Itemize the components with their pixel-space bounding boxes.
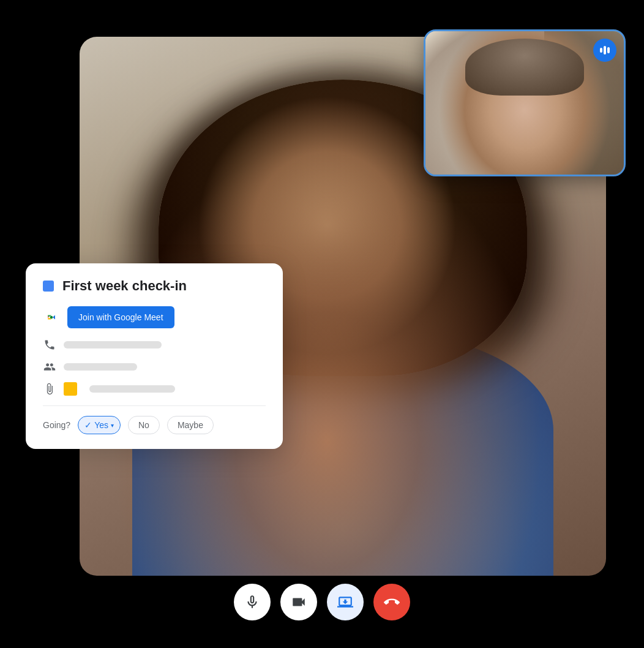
- phone-placeholder: [64, 341, 162, 348]
- event-color-indicator: [43, 281, 54, 292]
- audio-bar-1: [600, 48, 602, 53]
- mic-icon: [244, 594, 260, 610]
- yes-dropdown-icon[interactable]: ▾: [111, 422, 114, 429]
- google-meet-icon: [43, 309, 60, 326]
- audio-bar-3: [607, 47, 610, 53]
- join-meet-button[interactable]: Join with Google Meet: [67, 306, 174, 328]
- divider: [43, 405, 266, 406]
- camera-button[interactable]: [280, 584, 317, 620]
- end-call-icon: [384, 594, 400, 610]
- end-call-button[interactable]: [373, 584, 410, 620]
- check-icon: ✓: [84, 420, 92, 430]
- share-screen-icon: [337, 594, 353, 610]
- maybe-button[interactable]: Maybe: [167, 416, 214, 434]
- scene: First week check-in Join with Google Mee…: [0, 0, 644, 648]
- event-card: First week check-in Join with Google Mee…: [26, 263, 283, 449]
- secondary-person-hair: [465, 39, 584, 96]
- audio-bar-2: [604, 46, 606, 55]
- share-screen-button[interactable]: [327, 584, 364, 620]
- slides-icon: [64, 382, 77, 396]
- event-title: First week check-in: [62, 278, 187, 294]
- mic-button[interactable]: [234, 584, 271, 620]
- camera-icon: [291, 594, 307, 610]
- yes-button[interactable]: ✓ Yes ▾: [78, 416, 121, 434]
- no-button[interactable]: No: [128, 416, 160, 434]
- attachment-row: [43, 382, 266, 396]
- going-row: Going? ✓ Yes ▾ No Maybe: [43, 416, 266, 434]
- people-icon: [43, 360, 56, 374]
- going-label: Going?: [43, 420, 70, 430]
- phone-row: [43, 338, 266, 352]
- people-row: [43, 360, 266, 374]
- event-title-row: First week check-in: [43, 278, 266, 294]
- phone-icon: [43, 338, 56, 352]
- bottom-controls: [234, 584, 410, 620]
- meet-join-row: Join with Google Meet: [43, 306, 266, 328]
- attachment-placeholder: [89, 385, 175, 393]
- yes-label: Yes: [94, 420, 108, 430]
- audio-bars: [600, 46, 610, 55]
- people-placeholder: [64, 363, 137, 371]
- secondary-video: [424, 29, 626, 176]
- audio-active-indicator: [593, 39, 616, 62]
- attachment-icon: [43, 382, 56, 396]
